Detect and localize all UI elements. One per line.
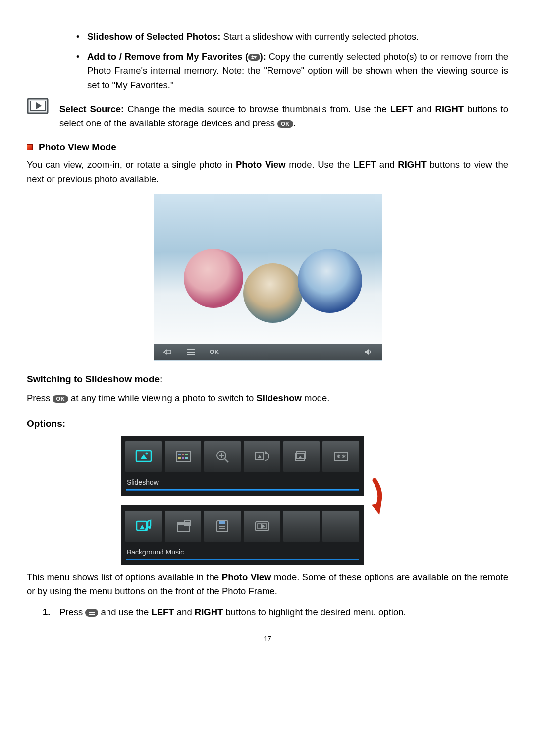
svg-text:✱ ✱: ✱ ✱ (336, 454, 346, 459)
svg-rect-6 (187, 354, 195, 355)
tile-select-source[interactable] (243, 510, 281, 542)
select-source-icon (27, 96, 51, 115)
intro-bullets: Slideshow of Selected Photos: Start a sl… (27, 30, 508, 93)
label-a: Add to / Remove from My Favorites ( (87, 51, 248, 62)
favorites-icon: ±♥ (248, 54, 260, 61)
svg-rect-4 (187, 349, 195, 350)
tile-empty-2 (322, 510, 360, 542)
svg-marker-27 (298, 456, 303, 459)
page-number: 17 (27, 634, 508, 645)
svg-marker-9 (140, 454, 147, 459)
scroll-arrow-icon (365, 478, 384, 518)
svg-rect-8 (136, 451, 151, 461)
options-paragraph: This menu shows list of options availabl… (27, 570, 508, 599)
strip-underline (126, 489, 359, 491)
tile-background-music[interactable] (125, 510, 162, 542)
label-b: ): (260, 51, 266, 62)
svg-marker-44 (372, 503, 381, 515)
svg-rect-40 (219, 528, 225, 529)
menu-button-icon (85, 609, 98, 617)
svg-rect-5 (187, 352, 195, 353)
tile-rotate[interactable] (243, 441, 281, 472)
ok-label[interactable]: OK (210, 348, 219, 357)
svg-rect-12 (178, 454, 181, 455)
svg-rect-35 (177, 522, 189, 525)
svg-rect-3 (167, 350, 171, 354)
strip-underline (126, 559, 359, 560)
options-row-1: ✱ ✱ Slideshow (121, 436, 364, 496)
tile-slideshow[interactable] (125, 441, 162, 472)
svg-rect-30 (137, 521, 147, 530)
bullet-add-remove-favorites: Add to / Remove from My Favorites (±♥): … (76, 50, 508, 93)
options-row-2: Background Music (121, 505, 364, 565)
tile-photo-duplicate[interactable] (283, 441, 321, 472)
svg-rect-17 (185, 457, 188, 459)
svg-rect-14 (185, 454, 188, 455)
svg-rect-16 (182, 457, 184, 459)
svg-marker-43 (261, 524, 265, 529)
select-source-text: Select Source: Change the media source t… (59, 102, 508, 131)
bullet-slideshow-selected: Slideshow of Selected Photos: Start a sl… (76, 30, 508, 44)
svg-rect-13 (182, 454, 184, 455)
text: Start a slideshow with currently selecte… (220, 31, 419, 42)
options-steps: 1. Press and use the LEFT and RIGHT butt… (27, 605, 508, 620)
label: Slideshow of Selected Photos: (87, 31, 220, 42)
svg-marker-23 (258, 455, 262, 458)
tile-empty-1 (283, 510, 321, 542)
step-1: 1. Press and use the LEFT and RIGHT butt… (48, 605, 508, 620)
svg-rect-11 (176, 452, 190, 461)
volume-icon[interactable] (364, 349, 373, 355)
heading-switching-slideshow: Switching to Slideshow mode: (27, 372, 508, 386)
svg-point-10 (145, 453, 148, 455)
label: Select Source: (59, 104, 124, 114)
menu-icon[interactable] (187, 349, 195, 355)
photo-view-mode-paragraph: You can view, zoom-in, or rotate a singl… (27, 158, 508, 186)
options-row-2-label: Background Music (124, 543, 361, 559)
tile-thumbnails[interactable] (164, 441, 202, 472)
svg-line-19 (224, 458, 228, 462)
svg-rect-15 (178, 457, 181, 459)
svg-marker-7 (365, 349, 369, 355)
ok-button-icon: OK (53, 395, 68, 403)
red-bullet-icon (27, 144, 33, 150)
ok-button-icon: OK (277, 120, 293, 128)
tile-effects[interactable]: ✱ ✱ (322, 441, 360, 472)
select-source-block: Select Source: Change the media source t… (27, 102, 508, 131)
svg-point-32 (145, 528, 148, 531)
svg-marker-24 (265, 451, 268, 454)
example-photo: OK (154, 194, 382, 361)
photo-view-figure: OK (154, 194, 381, 361)
svg-marker-31 (140, 525, 145, 529)
options-figure: ✱ ✱ Slideshow Background Music (121, 436, 364, 565)
photo-control-bar: OK (154, 344, 382, 360)
options-row-1-label: Slideshow (124, 473, 361, 489)
svg-rect-38 (219, 521, 225, 524)
svg-rect-39 (219, 526, 225, 527)
switch-slideshow-paragraph: Press OK at any time while viewing a pho… (27, 391, 508, 405)
heading-options: Options: (27, 416, 508, 431)
tile-calendar[interactable] (164, 510, 202, 542)
heading-photo-view-mode: Photo View Mode (27, 140, 508, 154)
back-icon[interactable] (163, 349, 172, 355)
svg-point-33 (148, 526, 151, 529)
tile-save[interactable] (204, 510, 241, 542)
tile-zoom[interactable] (204, 441, 241, 472)
